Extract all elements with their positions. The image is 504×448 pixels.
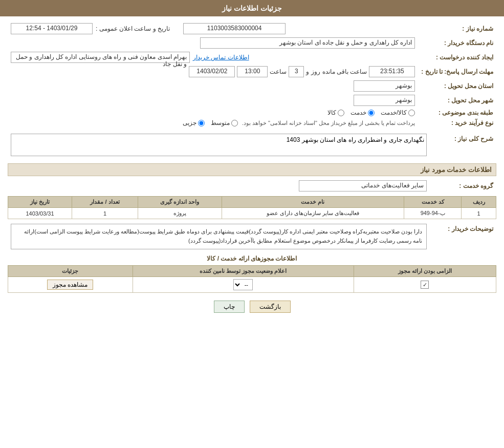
radio-mottavasset-input[interactable] <box>231 120 238 126</box>
page-wrapper: جزئیات اطلاعات نیاز شماره نیاز : 1103003… <box>0 0 504 448</box>
radio-jozei-label: جزیی <box>183 119 196 126</box>
info-table-top: شماره نیاز : 1103003583000004 تاریخ و سا… <box>8 22 496 128</box>
tabaghe-radios: کالا/خدمت خدمت کالا <box>11 109 415 116</box>
ijad-label: ایجاد کننده درخواست : <box>418 50 496 65</box>
shahr-value: بوشهر <box>8 93 418 108</box>
nam-dastgah-input: اداره کل راهداری و حمل و نقل جاده ای است… <box>200 37 415 49</box>
mohlat-label: مهلت ارسال پاسخ: تا تاریخ : <box>418 65 496 79</box>
radio-kala-input[interactable] <box>338 110 344 116</box>
permits-table: الزامی بودن ارائه مجوز اعلام وضعیت مجوز … <box>8 265 496 293</box>
toshihat-box: دارا بودن صلاحیت معتبربه‌کراه وصلاحیت مع… <box>11 224 427 249</box>
sharh-textarea <box>11 134 427 156</box>
col-nam: نام خدمت <box>222 197 404 208</box>
page-header: جزئیات اطلاعات نیاز <box>0 0 504 16</box>
goroh-table: گروه خدمت : سایر فعالیت‌های خدماتی <box>8 179 496 193</box>
mohlat-rooz-val: 3 <box>289 66 304 77</box>
toshihat-label: توضیحات خریدار : <box>430 222 496 251</box>
noue-farayand-value: پرداخت تمام یا بخشی از مبلغ خریداز محل "… <box>8 118 418 128</box>
shomara-value: 1103003583000004 تاریخ و ساعت اعلان عموم… <box>8 22 418 36</box>
shahr-label: شهر محل تحویل : <box>418 93 496 108</box>
ostan-value: بوشهر <box>8 79 418 93</box>
radio-jozei: جزیی <box>183 119 205 126</box>
nam-dastgah-label: نام دستگاه خریدار : <box>418 36 496 50</box>
sharh-table: شرح کلی نیاز : <box>8 132 496 159</box>
shomara-label: شماره نیاز : <box>418 22 496 36</box>
page-title: جزئیات اطلاعات نیاز <box>222 4 282 12</box>
noue-note: پرداخت تمام یا بخشی از مبلغ خریداز محل "… <box>242 120 415 126</box>
mohlat-value: 23:51:35 ساعت باقی مانده روز و 3 ساعت 13… <box>8 65 418 79</box>
permit-col-joziat: جزئیات <box>8 266 133 277</box>
radio-khedmat-input[interactable] <box>368 110 375 116</box>
buttons-row: بازگشت چاپ <box>8 301 496 313</box>
services-table: ردیف کد خدمت نام خدمت واحد اندازه گیری ت… <box>8 196 496 219</box>
print-button[interactable]: چاپ <box>214 301 245 313</box>
col-vahed: واحد اندازه گیری <box>138 197 222 208</box>
col-kod: کد خدمت <box>404 197 462 208</box>
col-tarikh: تاریخ نیاز <box>8 197 72 208</box>
tabaghe-label: طبقه بندی موضوعی : <box>418 108 496 118</box>
radio-khedmat-label: خدمت <box>350 109 366 116</box>
tarikh-input: 1403/01/29 - 12:54 <box>11 23 93 34</box>
goroh-value: سایر فعالیت‌های خدماتی <box>8 179 430 193</box>
view-permit-button[interactable]: مشاهده مجوز <box>47 280 93 290</box>
ijad-value: اطلاعات تماس خریدار بهرام اسدی معاون فنی… <box>8 50 418 65</box>
permit-col-elzami: الزامی بودن ارائه مجوز <box>354 266 496 277</box>
radio-kala-khedmat-input[interactable] <box>408 110 415 116</box>
table-row: ✓--مشاهده مجوز <box>8 277 496 293</box>
nam-dastgah-value: اداره کل راهداری و حمل و نقل جاده ای است… <box>8 36 418 50</box>
radio-kala: کالا <box>327 109 344 116</box>
tamas-link[interactable]: اطلاعات تماس خریدار <box>193 54 249 61</box>
permit-col-ealam: اعلام وضعیت مجوز توسط نامین کننده <box>133 266 354 277</box>
mohlat-baqi: ساعت باقی مانده <box>322 68 367 75</box>
elzami-checkbox[interactable]: ✓ <box>421 281 429 289</box>
main-content: شماره نیاز : 1103003583000004 تاریخ و سا… <box>0 16 504 318</box>
toshihat-value: دارا بودن صلاحیت معتبربه‌کراه وصلاحیت مع… <box>8 222 430 251</box>
ealam-select[interactable]: -- <box>233 279 253 290</box>
radio-kala-label: کالا <box>327 109 336 116</box>
shomara-input: 1103003583000004 <box>183 23 286 34</box>
mohlat-saat-val: 13:00 <box>237 66 268 77</box>
radio-kala-khedmat-label: کالا/خدمت <box>381 109 407 116</box>
ostan-input: بوشهر <box>354 80 415 92</box>
mohlat-countdown: 23:51:35 <box>369 66 415 77</box>
toshihat-table: توضیحات خریدار : دارا بودن صلاحیت معتبرب… <box>8 222 496 251</box>
ostan-label: استان محل تحویل : <box>418 79 496 93</box>
goroh-input: سایر فعالیت‌های خدماتی <box>299 180 427 191</box>
tarikh-label: تاریخ و ساعت اعلان عمومی : <box>96 25 170 32</box>
mojozha-title: اطلاعات مجوزهای ارائه خدمت / کالا <box>8 255 496 262</box>
mohlat-rooz-label: روز و <box>306 68 320 75</box>
back-button[interactable]: بازگشت <box>250 301 291 313</box>
sharh-value <box>8 132 430 159</box>
radio-mottavasset: متوسط <box>211 119 238 126</box>
table-row: 1ب-94-949فعالیت‌های سایر سازمان‌های دارا… <box>8 208 496 219</box>
sharh-label: شرح کلی نیاز : <box>430 132 496 159</box>
noue-farayand-label: نوع فرآیند خرید : <box>418 118 496 128</box>
col-tedad: تعداد / مقدار <box>72 197 138 208</box>
shahr-input: بوشهر <box>354 95 415 106</box>
noue-radios: متوسط جزیی <box>183 119 238 126</box>
radio-kala-khedmat: کالا/خدمت <box>381 109 415 116</box>
col-radif: ردیف <box>462 197 496 208</box>
tabaghe-value: کالا/خدمت خدمت کالا <box>8 108 418 118</box>
mohlat-date-val: 1403/02/02 <box>189 66 235 77</box>
khadamat-section-title: اطلاعات خدمات مورد نیاز <box>8 163 496 176</box>
radio-khedmat: خدمت <box>350 109 375 116</box>
goroh-label: گروه خدمت : <box>430 179 496 193</box>
ijad-input: بهرام اسدی معاون فنی و راه های روستایی ا… <box>11 52 190 63</box>
radio-jozei-input[interactable] <box>198 120 205 126</box>
mohlat-saat-label: ساعت <box>270 68 287 75</box>
radio-mottavasset-label: متوسط <box>211 119 230 126</box>
